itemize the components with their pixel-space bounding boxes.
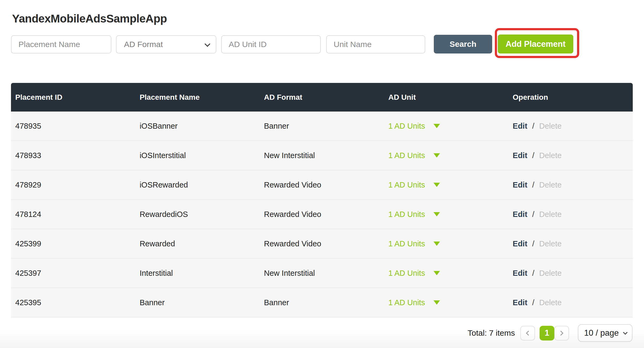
cell-operation: Edit / Delete <box>509 210 633 219</box>
ad-units-count: 1 AD Units <box>388 298 425 307</box>
chevron-left-icon <box>526 331 531 335</box>
cell-ad-unit: 1 AD Units <box>384 181 508 189</box>
ad-units-dropdown-toggle[interactable]: 1 AD Units <box>388 181 440 189</box>
cell-placement-name: iOSInterstitial <box>135 151 259 160</box>
cell-placement-id: 478929 <box>11 181 135 189</box>
cell-ad-format: Rewarded Video <box>260 239 384 248</box>
page-number-1[interactable]: 1 <box>540 326 554 341</box>
ad-format-select-value: AD Format <box>124 40 205 49</box>
delete-link[interactable]: Delete <box>539 181 562 189</box>
ad-units-count: 1 AD Units <box>388 239 425 248</box>
column-header-ad-format: AD Format <box>260 93 384 102</box>
caret-down-icon <box>434 183 440 187</box>
cell-ad-format: Banner <box>260 298 384 307</box>
page-size-value: 10 / page <box>584 328 619 338</box>
operation-separator: / <box>532 239 534 248</box>
edit-link[interactable]: Edit <box>513 239 528 248</box>
cell-operation: Edit / Delete <box>509 122 633 131</box>
cell-ad-unit: 1 AD Units <box>384 151 508 160</box>
table-row: 478929 iOSRewarded Rewarded Video 1 AD U… <box>11 170 633 200</box>
ad-unit-id-input[interactable] <box>221 35 321 53</box>
cell-placement-id: 425395 <box>11 298 135 307</box>
placements-table: Placement ID Placement Name AD Format AD… <box>11 83 633 318</box>
cell-placement-name: Rewarded <box>135 239 259 248</box>
next-page-button[interactable] <box>554 326 569 341</box>
cell-ad-unit: 1 AD Units <box>384 269 508 278</box>
ad-units-count: 1 AD Units <box>388 122 425 131</box>
column-header-placement-name: Placement Name <box>135 93 259 102</box>
ad-units-dropdown-toggle[interactable]: 1 AD Units <box>388 239 440 248</box>
edit-link[interactable]: Edit <box>513 210 528 219</box>
cell-ad-format: Rewarded Video <box>260 181 384 189</box>
ad-units-count: 1 AD Units <box>388 181 425 189</box>
operation-separator: / <box>532 210 534 219</box>
delete-link[interactable]: Delete <box>539 151 562 160</box>
chevron-down-icon <box>205 41 210 47</box>
cell-operation: Edit / Delete <box>509 151 633 160</box>
cell-ad-format: Banner <box>260 122 384 131</box>
table-row: 425397 Interstitial New Interstitial 1 A… <box>11 259 633 288</box>
chevron-down-icon <box>623 330 627 335</box>
total-items-text: Total: 7 items <box>468 328 515 338</box>
cell-placement-id: 478935 <box>11 122 135 131</box>
caret-down-icon <box>434 300 440 305</box>
ad-format-select[interactable]: AD Format <box>116 35 216 53</box>
operation-separator: / <box>532 151 534 160</box>
delete-link[interactable]: Delete <box>539 122 562 130</box>
cell-ad-format: New Interstitial <box>260 269 384 278</box>
cell-placement-name: iOSRewarded <box>135 181 259 189</box>
operation-separator: / <box>532 122 534 130</box>
delete-link[interactable]: Delete <box>539 210 562 219</box>
cell-ad-format: New Interstitial <box>260 151 384 160</box>
placement-name-input[interactable] <box>11 35 111 53</box>
cell-placement-name: Banner <box>135 298 259 307</box>
ad-units-dropdown-toggle[interactable]: 1 AD Units <box>388 151 440 160</box>
edit-link[interactable]: Edit <box>513 151 528 160</box>
cell-ad-unit: 1 AD Units <box>384 122 508 131</box>
cell-ad-format: Rewarded Video <box>260 210 384 219</box>
cell-placement-id: 478933 <box>11 151 135 160</box>
delete-link[interactable]: Delete <box>539 269 562 277</box>
edit-link[interactable]: Edit <box>513 298 528 307</box>
ad-units-dropdown-toggle[interactable]: 1 AD Units <box>388 122 440 131</box>
search-button[interactable]: Search <box>434 35 492 53</box>
table-row: 425395 Banner Banner 1 AD Units Edit / D… <box>11 288 633 318</box>
operation-separator: / <box>532 298 534 307</box>
column-header-ad-unit: AD Unit <box>384 93 508 102</box>
table-row: 478124 RewardediOS Rewarded Video 1 AD U… <box>11 200 633 229</box>
ad-units-dropdown-toggle[interactable]: 1 AD Units <box>388 269 440 278</box>
table-row: 478935 iOSBanner Banner 1 AD Units Edit … <box>11 112 633 141</box>
prev-page-button[interactable] <box>520 326 535 341</box>
cell-ad-unit: 1 AD Units <box>384 210 508 219</box>
caret-down-icon <box>434 124 440 128</box>
delete-link[interactable]: Delete <box>539 298 562 307</box>
cell-placement-id: 425399 <box>11 239 135 248</box>
edit-link[interactable]: Edit <box>513 269 528 277</box>
cell-operation: Edit / Delete <box>509 181 633 189</box>
page-size-select[interactable]: 10 / page <box>578 324 632 342</box>
table-body: 478935 iOSBanner Banner 1 AD Units Edit … <box>11 112 633 318</box>
caret-down-icon <box>434 153 440 158</box>
table-row: 425399 Rewarded Rewarded Video 1 AD Unit… <box>11 229 633 259</box>
cell-operation: Edit / Delete <box>509 239 633 248</box>
column-header-placement-id: Placement ID <box>11 93 135 102</box>
ad-units-count: 1 AD Units <box>388 210 425 219</box>
delete-link[interactable]: Delete <box>539 239 562 248</box>
operation-separator: / <box>532 181 534 189</box>
cell-operation: Edit / Delete <box>509 298 633 307</box>
edit-link[interactable]: Edit <box>513 122 528 130</box>
column-header-operation: Operation <box>509 93 633 102</box>
ad-units-dropdown-toggle[interactable]: 1 AD Units <box>388 298 440 307</box>
ad-units-count: 1 AD Units <box>388 269 425 278</box>
unit-name-input[interactable] <box>326 35 425 53</box>
edit-link[interactable]: Edit <box>513 181 528 189</box>
page-title: YandexMobileAdsSampleApp <box>12 12 167 25</box>
cell-placement-id: 425397 <box>11 269 135 278</box>
add-placement-button[interactable]: Add Placement <box>498 35 573 53</box>
ad-units-dropdown-toggle[interactable]: 1 AD Units <box>388 210 440 219</box>
caret-down-icon <box>434 242 440 246</box>
caret-down-icon <box>434 271 440 275</box>
cell-placement-name: Interstitial <box>135 269 259 278</box>
table-row: 478933 iOSInterstitial New Interstitial … <box>11 141 633 170</box>
cell-ad-unit: 1 AD Units <box>384 298 508 307</box>
